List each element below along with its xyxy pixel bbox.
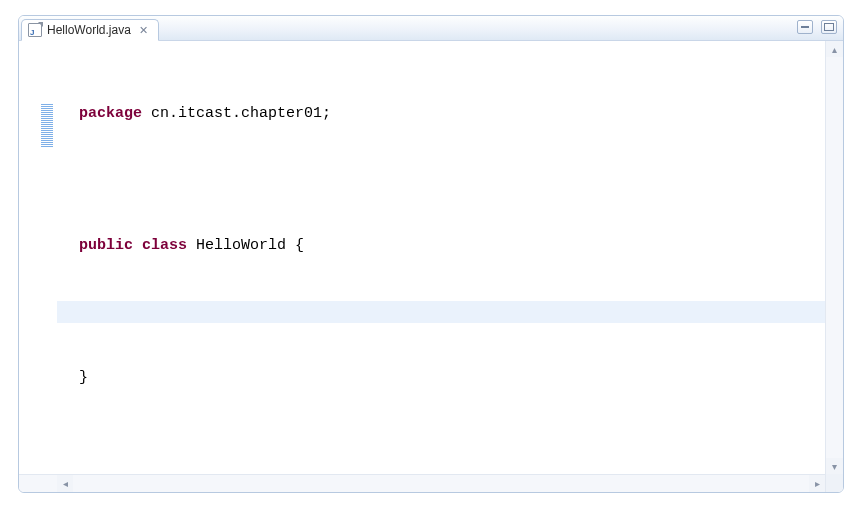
code-line: }	[57, 367, 825, 389]
horizontal-scrollbar[interactable]: ◂ ▸	[19, 474, 843, 492]
scroll-up-arrow-icon[interactable]: ▴	[826, 41, 843, 57]
scroll-right-arrow-icon[interactable]: ▸	[809, 475, 825, 492]
editor-pane: J HelloWorld.java ✕ package cn.itcast.ch…	[18, 15, 844, 493]
tab-filename: HelloWorld.java	[47, 23, 131, 37]
editor-body: package cn.itcast.chapter01; public clas…	[19, 41, 843, 474]
java-file-icon: J	[28, 23, 42, 37]
code-area[interactable]: package cn.itcast.chapter01; public clas…	[57, 41, 825, 474]
folding-marker[interactable]	[41, 103, 53, 147]
file-tab[interactable]: J HelloWorld.java ✕	[21, 19, 159, 41]
code-line: package cn.itcast.chapter01;	[57, 103, 825, 125]
scroll-down-arrow-icon[interactable]: ▾	[826, 458, 843, 474]
tabbar-tools	[797, 20, 837, 34]
code-line	[57, 169, 825, 191]
code-line-cursor	[57, 301, 825, 323]
code-line: public class HelloWorld {	[57, 235, 825, 257]
maximize-view-button[interactable]	[821, 20, 837, 34]
minimize-view-button[interactable]	[797, 20, 813, 34]
scroll-left-arrow-icon[interactable]: ◂	[57, 475, 73, 492]
close-tab-icon[interactable]: ✕	[138, 24, 150, 36]
gutter[interactable]	[19, 41, 57, 474]
tab-bar: J HelloWorld.java ✕	[19, 16, 843, 41]
scroll-corner	[825, 474, 843, 492]
vertical-scrollbar[interactable]: ▴ ▾	[825, 41, 843, 474]
